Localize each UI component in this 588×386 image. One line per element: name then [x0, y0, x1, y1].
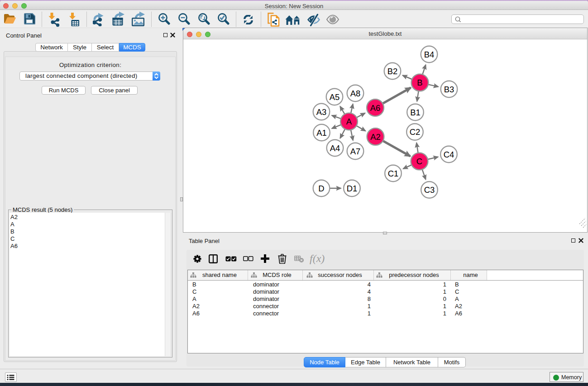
svg-text:B2: B2 [387, 67, 398, 76]
svg-text:A6: A6 [370, 103, 381, 113]
svg-text:A1: A1 [316, 128, 327, 138]
svg-text:A4: A4 [330, 143, 340, 153]
svg-text:C3: C3 [424, 185, 435, 195]
svg-text:A: A [346, 117, 352, 126]
svg-text:A3: A3 [316, 107, 327, 117]
svg-text:B: B [417, 78, 422, 87]
svg-text:A7: A7 [350, 147, 361, 156]
svg-text:D1: D1 [347, 184, 358, 193]
svg-text:C: C [416, 157, 422, 166]
svg-text:A2: A2 [370, 132, 381, 142]
svg-text:D: D [318, 184, 324, 193]
svg-text:C1: C1 [388, 169, 399, 178]
svg-text:C2: C2 [410, 127, 421, 137]
svg-text:B4: B4 [424, 50, 435, 59]
svg-text:A8: A8 [350, 89, 361, 98]
svg-text:B1: B1 [410, 108, 421, 117]
svg-text:B3: B3 [444, 85, 454, 94]
svg-text:C4: C4 [444, 150, 454, 159]
svg-text:A5: A5 [330, 92, 340, 102]
